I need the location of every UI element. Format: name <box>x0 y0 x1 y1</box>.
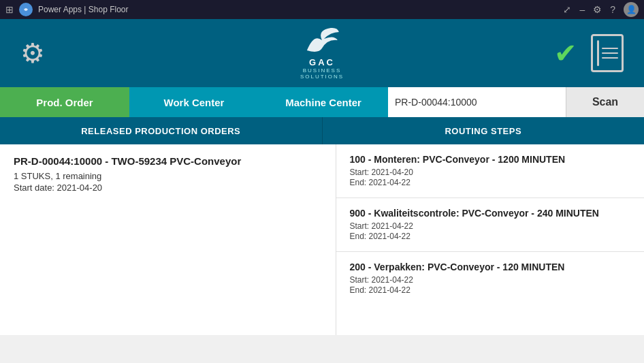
content-area: RELEASED PRODUCTION ORDERS ROUTING STEPS… <box>0 117 644 335</box>
header: ⚙ GAC BUSINESSSOLUTIONS ✔ <box>0 19 644 87</box>
header-right: ✔ <box>554 34 624 72</box>
expand-icon[interactable]: ⤢ <box>563 4 571 15</box>
routing-step-2-end: End: 2021-04-22 <box>350 232 631 241</box>
top-bar-title: Power Apps | Shop Floor <box>38 5 129 14</box>
logo-sub: BUSINESSSOLUTIONS <box>300 67 344 80</box>
help-icon[interactable]: ? <box>610 4 615 15</box>
routing-step-1-start: Start: 2021-04-20 <box>350 168 631 177</box>
app-logo <box>19 3 33 16</box>
routing-step-2-start: Start: 2021-04-22 <box>350 221 631 231</box>
routing-step-1-end: End: 2021-04-22 <box>350 178 631 187</box>
tab-bar: Prod. Order Work Center Machine Center S… <box>0 87 644 117</box>
routing-step-1-title: 100 - Monteren: PVC-Conveyor - 1200 MINU… <box>350 154 631 165</box>
section-header-right: ROUTING STEPS <box>323 117 645 144</box>
top-bar-right-icons: ⤢ – ⚙ ? 👤 <box>563 2 639 17</box>
section-headers: RELEASED PRODUCTION ORDERS ROUTING STEPS <box>0 117 644 144</box>
tab-work-center[interactable]: Work Center <box>129 87 259 117</box>
main-content: PR-D-00044:10000 - TWO-59234 PVC-Conveyo… <box>0 144 644 335</box>
routing-step-2-title: 900 - Kwaliteitscontrole: PVC-Conveyor -… <box>350 208 631 219</box>
routing-step-3: 200 - Verpakken: PVC-Conveyor - 120 MINU… <box>336 252 645 305</box>
grid-icon[interactable]: ⊞ <box>5 4 14 15</box>
routing-step-1: 100 - Monteren: PVC-Conveyor - 1200 MINU… <box>336 144 645 198</box>
notebook-icon[interactable] <box>591 34 624 72</box>
settings-icon[interactable]: ⚙ <box>593 4 602 15</box>
left-panel: PR-D-00044:10000 - TWO-59234 PVC-Conveyo… <box>0 144 336 335</box>
routing-step-3-title: 200 - Verpakken: PVC-Conveyor - 120 MINU… <box>350 262 631 272</box>
routing-step-3-end: End: 2021-04-22 <box>350 285 631 295</box>
routing-step-2: 900 - Kwaliteitscontrole: PVC-Conveyor -… <box>336 198 645 252</box>
check-icon[interactable]: ✔ <box>554 40 577 67</box>
order-title: PR-D-00044:10000 - TWO-59234 PVC-Conveyo… <box>14 155 322 167</box>
avatar[interactable]: 👤 <box>624 2 639 17</box>
minimize-icon[interactable]: – <box>579 4 585 15</box>
tab-machine-center[interactable]: Machine Center <box>259 87 388 117</box>
order-detail-2: Start date: 2021-04-20 <box>14 183 322 193</box>
header-logo: GAC BUSINESSSOLUTIONS <box>300 27 344 80</box>
top-bar: ⊞ Power Apps | Shop Floor ⤢ – ⚙ ? 👤 <box>0 0 644 19</box>
search-input[interactable] <box>395 97 559 108</box>
right-panel: 100 - Monteren: PVC-Conveyor - 1200 MINU… <box>336 144 645 335</box>
scan-button[interactable]: Scan <box>566 87 644 117</box>
logo-text: GAC <box>309 57 335 67</box>
section-header-left: RELEASED PRODUCTION ORDERS <box>0 117 323 144</box>
order-detail-1: 1 STUKS, 1 remaining <box>14 171 322 181</box>
tab-prod-order[interactable]: Prod. Order <box>0 87 129 117</box>
tab-input-container <box>388 87 566 117</box>
routing-step-3-start: Start: 2021-04-22 <box>350 275 631 285</box>
gear-icon[interactable]: ⚙ <box>20 40 45 67</box>
